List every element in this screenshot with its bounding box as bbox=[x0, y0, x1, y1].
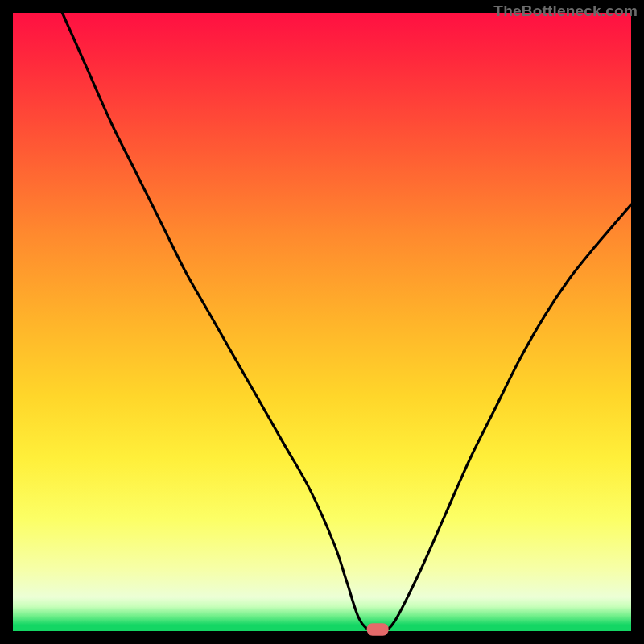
plot-area bbox=[13, 13, 631, 631]
watermark-text: TheBottleneck.com bbox=[493, 2, 638, 20]
chart-frame: TheBottleneck.com bbox=[0, 0, 644, 644]
optimum-marker bbox=[367, 623, 389, 635]
curve-line bbox=[62, 13, 631, 633]
bottleneck-curve bbox=[13, 13, 631, 631]
